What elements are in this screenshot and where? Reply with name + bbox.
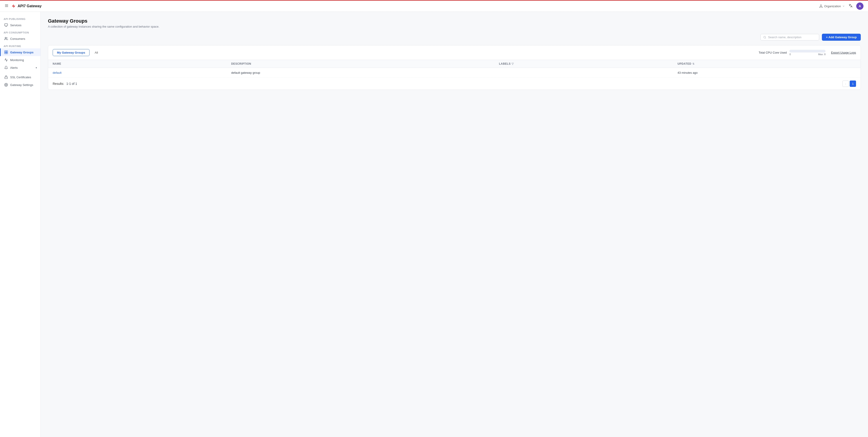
- sidebar-item-alerts[interactable]: Alerts ▾: [0, 64, 40, 71]
- translate-button[interactable]: [848, 4, 852, 8]
- tab-my-gateway-groups[interactable]: My Gateway Groups: [53, 49, 90, 56]
- svg-point-5: [819, 7, 820, 7]
- labels-filter-icon[interactable]: ▽: [512, 62, 514, 65]
- gateway-groups-card: My Gateway Groups All Total CPU Core Use…: [48, 45, 861, 90]
- layout: API Publishing Services API Consumption …: [0, 12, 868, 437]
- page-subtitle: A collection of gateway instances sharin…: [48, 25, 861, 28]
- avatar[interactable]: A: [856, 2, 864, 10]
- page-title: Gateway Groups: [48, 18, 861, 24]
- toolbar-row: + Add Gateway Group: [48, 34, 861, 41]
- app-logo: API7 Gateway: [11, 4, 41, 8]
- cpu-bar-container: 0 Max: 8: [789, 50, 826, 56]
- export-usage-logs-button[interactable]: Export Usage Logs: [831, 51, 856, 54]
- sidebar-item-consumers[interactable]: Consumers: [0, 35, 40, 42]
- svg-rect-15: [6, 51, 8, 52]
- gateway-groups-icon: [4, 51, 8, 54]
- page-buttons: ‹ 1: [842, 81, 856, 87]
- search-box[interactable]: [761, 34, 819, 40]
- th-updated: UPDATED ⇅: [677, 62, 856, 65]
- svg-line-21: [765, 38, 766, 38]
- pagination-row: Results: 1-1 of 1 ‹ 1: [48, 78, 861, 90]
- sidebar-item-monitoring[interactable]: Monitoring: [0, 56, 40, 64]
- sidebar-item-gateway-groups[interactable]: Gateway Groups: [0, 49, 40, 56]
- cpu-info: Total CPU Core Used 0 Max: 8: [758, 50, 826, 56]
- tabs: My Gateway Groups All: [53, 49, 102, 56]
- consumers-icon: [4, 37, 8, 40]
- updated-sort-icon[interactable]: ⇅: [692, 62, 694, 65]
- organization-button[interactable]: Organization: [819, 4, 845, 8]
- cpu-max-label: Max: 8: [818, 53, 826, 56]
- sidebar-section-api-consumption: API Consumption: [0, 29, 40, 35]
- gateway-settings-icon: [4, 83, 8, 87]
- sidebar-section-api-publishing: API Publishing: [0, 16, 40, 21]
- svg-rect-18: [5, 77, 7, 79]
- gateway-group-link[interactable]: default: [53, 71, 61, 75]
- services-icon: [4, 23, 8, 27]
- results-info: Results: 1-1 of 1: [53, 82, 77, 86]
- sidebar-item-services-label: Services: [10, 24, 22, 27]
- table-header: NAME DESCRIPTION LABELS ▽ UPDATED ⇅: [48, 60, 861, 68]
- card-top: My Gateway Groups All Total CPU Core Use…: [48, 46, 861, 60]
- page-header: Gateway Groups A collection of gateway i…: [48, 18, 861, 28]
- tab-all[interactable]: All: [90, 49, 102, 56]
- svg-line-8: [820, 6, 821, 7]
- sidebar-item-monitoring-label: Monitoring: [10, 58, 24, 62]
- navbar-left: API7 Gateway: [4, 4, 41, 9]
- add-gateway-group-button[interactable]: + Add Gateway Group: [822, 34, 861, 41]
- svg-point-19: [6, 84, 6, 85]
- sidebar-item-ssl-label: SSL Certificates: [10, 76, 31, 79]
- alerts-chevron-icon: ▾: [36, 66, 37, 69]
- svg-marker-3: [12, 4, 16, 8]
- navbar: API7 Gateway Organization A: [0, 0, 868, 12]
- cpu-export-row: Total CPU Core Used 0 Max: 8 Export Usag…: [758, 50, 856, 56]
- svg-rect-16: [4, 53, 6, 54]
- sidebar: API Publishing Services API Consumption …: [0, 12, 41, 437]
- results-label: Results:: [53, 82, 64, 86]
- app-name: API7 Gateway: [18, 4, 41, 8]
- td-updated: 43 minutes ago: [677, 71, 856, 75]
- sidebar-item-alerts-label: Alerts: [10, 66, 18, 69]
- th-labels: LABELS ▽: [499, 62, 677, 65]
- svg-rect-17: [6, 53, 8, 54]
- sidebar-item-gateway-settings[interactable]: Gateway Settings: [0, 81, 40, 89]
- td-name: default: [53, 71, 231, 75]
- svg-point-6: [822, 7, 823, 7]
- th-name: NAME: [53, 62, 231, 65]
- page-1-button[interactable]: 1: [850, 81, 856, 87]
- sidebar-section-api-runtime: API Runtime: [0, 42, 40, 49]
- organization-label: Organization: [824, 4, 841, 8]
- th-description: DESCRIPTION: [231, 62, 499, 65]
- sidebar-item-ssl-certificates[interactable]: SSL Certificates: [0, 73, 40, 81]
- sidebar-item-gateway-groups-label: Gateway Groups: [10, 51, 33, 54]
- hamburger-button[interactable]: [4, 4, 8, 9]
- prev-page-button[interactable]: ‹: [842, 81, 849, 87]
- svg-point-4: [821, 5, 822, 5]
- svg-point-13: [5, 37, 6, 38]
- cpu-current-value: 0: [789, 53, 791, 56]
- main-content: Gateway Groups A collection of gateway i…: [41, 12, 868, 437]
- svg-rect-14: [4, 51, 6, 52]
- cpu-label: Total CPU Core Used: [758, 51, 786, 54]
- svg-point-20: [764, 36, 766, 38]
- cpu-values: 0 Max: 8: [789, 53, 826, 56]
- sidebar-item-services[interactable]: Services: [0, 21, 40, 29]
- ssl-icon: [4, 75, 8, 79]
- navbar-right: Organization A: [819, 2, 864, 10]
- search-input[interactable]: [768, 35, 816, 39]
- sidebar-item-gateway-settings-label: Gateway Settings: [10, 83, 33, 87]
- td-description: default gateway group: [231, 71, 499, 75]
- table-row: default default gateway group 43 minutes…: [48, 68, 861, 78]
- search-icon: [763, 36, 766, 39]
- alerts-icon: [4, 66, 8, 69]
- results-range: 1-1 of 1: [66, 82, 77, 86]
- cpu-bar-wrap: [789, 50, 826, 53]
- sidebar-item-consumers-label: Consumers: [10, 37, 25, 40]
- svg-rect-10: [4, 24, 7, 26]
- svg-line-9: [821, 6, 822, 7]
- monitoring-icon: [4, 58, 8, 62]
